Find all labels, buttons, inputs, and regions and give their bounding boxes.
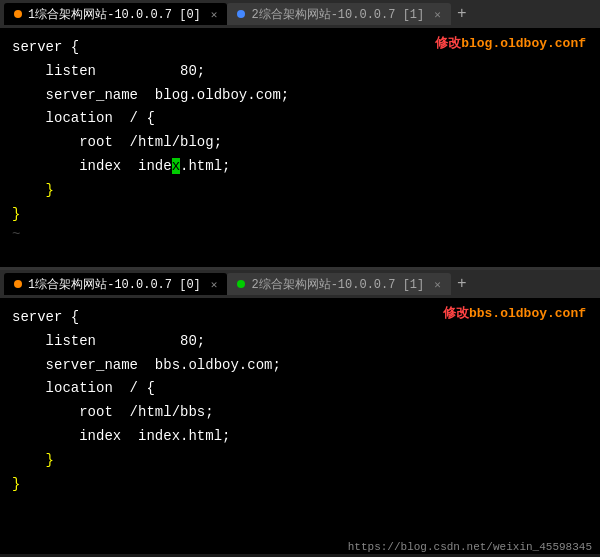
dot-icon-bottom-2 <box>237 280 245 288</box>
annotation-top-prefix: 修改 <box>435 36 461 51</box>
code-content-top: 修改blog.oldboy.conf server { listen 80; s… <box>0 28 600 267</box>
code-line-bottom-5: index index.html; <box>12 425 588 449</box>
tab-bar-bottom: 1综合架构网站-10.0.0.7 [0] ✕ 2综合架构网站-10.0.0.7 … <box>0 270 600 298</box>
main-container: 1综合架构网站-10.0.0.7 [0] ✕ 2综合架构网站-10.0.0.7 … <box>0 0 600 557</box>
code-line-top-3: location / { <box>12 107 588 131</box>
tab-close-bottom-2[interactable]: ✕ <box>434 278 441 291</box>
tab-add-bottom[interactable]: + <box>451 275 473 293</box>
panel-bottom: 1综合架构网站-10.0.0.7 [0] ✕ 2综合架构网站-10.0.0.7 … <box>0 270 600 554</box>
code-line-top-5: index index.html; <box>12 155 588 179</box>
code-line-top-4: root /html/blog; <box>12 131 588 155</box>
dot-icon-top-1 <box>14 10 22 18</box>
code-line-top-1: listen 80; <box>12 60 588 84</box>
tab-bottom-1-label: 1综合架构网站-10.0.0.7 [0] <box>28 276 201 293</box>
annotation-top: 修改blog.oldboy.conf <box>435 34 586 52</box>
tab-bottom-1[interactable]: 1综合架构网站-10.0.0.7 [0] ✕ <box>4 273 227 295</box>
dot-icon-bottom-1 <box>14 280 22 288</box>
tab-top-2[interactable]: 2综合架构网站-10.0.0.7 [1] ✕ <box>227 3 450 25</box>
panel-top: 1综合架构网站-10.0.0.7 [0] ✕ 2综合架构网站-10.0.0.7 … <box>0 0 600 270</box>
tab-close-top-1[interactable]: ✕ <box>211 8 218 21</box>
tab-add-top[interactable]: + <box>451 5 473 23</box>
watermark: https://blog.csdn.net/weixin_45598345 <box>348 541 592 553</box>
annotation-bottom: 修改bbs.oldboy.conf <box>443 304 586 322</box>
code-line-bottom-2: server_name bbs.oldboy.com; <box>12 354 588 378</box>
code-content-bottom: 修改bbs.oldboy.conf server { listen 80; se… <box>0 298 600 554</box>
code-line-top-6: } <box>12 179 588 203</box>
tab-bottom-2-label: 2综合架构网站-10.0.0.7 [1] <box>251 276 424 293</box>
code-line-bottom-1: listen 80; <box>12 330 588 354</box>
code-line-bottom-3: location / { <box>12 377 588 401</box>
code-line-bottom-4: root /html/bbs; <box>12 401 588 425</box>
dot-icon-top-2 <box>237 10 245 18</box>
tilde-top: ~ <box>12 226 588 242</box>
tab-top-1[interactable]: 1综合架构网站-10.0.0.7 [0] ✕ <box>4 3 227 25</box>
code-line-top-7: } <box>12 203 588 227</box>
tab-bar-top: 1综合架构网站-10.0.0.7 [0] ✕ 2综合架构网站-10.0.0.7 … <box>0 0 600 28</box>
tab-close-bottom-1[interactable]: ✕ <box>211 278 218 291</box>
annotation-top-text: blog.oldboy.conf <box>461 36 586 51</box>
code-line-bottom-7: } <box>12 473 588 497</box>
code-line-top-2: server_name blog.oldboy.com; <box>12 84 588 108</box>
tab-bottom-2[interactable]: 2综合架构网站-10.0.0.7 [1] ✕ <box>227 273 450 295</box>
annotation-bottom-prefix: 修改 <box>443 306 469 321</box>
cursor-block: x <box>172 158 180 174</box>
tab-close-top-2[interactable]: ✕ <box>434 8 441 21</box>
code-line-bottom-6: } <box>12 449 588 473</box>
annotation-bottom-text: bbs.oldboy.conf <box>469 306 586 321</box>
tab-top-1-label: 1综合架构网站-10.0.0.7 [0] <box>28 6 201 23</box>
tab-top-2-label: 2综合架构网站-10.0.0.7 [1] <box>251 6 424 23</box>
